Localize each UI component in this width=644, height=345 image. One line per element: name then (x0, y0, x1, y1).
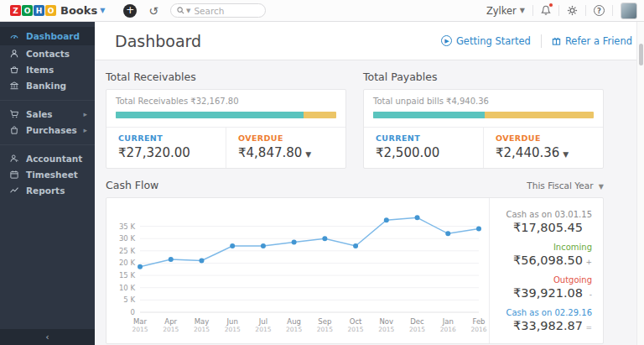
current-label: CURRENT (118, 133, 226, 143)
recent-history-icon[interactable]: ↺ (148, 5, 158, 17)
outgoing-label: Outgoing (490, 275, 592, 285)
window-scrollbar[interactable] (636, 22, 644, 345)
quick-create-button[interactable]: + (123, 4, 137, 18)
receivables-card: Total Receivables ₹32,167.80 CURRENT ₹27… (106, 89, 346, 169)
gear-icon (567, 5, 578, 16)
chevron-down-icon[interactable]: ▼ (100, 7, 105, 14)
cashflow-line-chart: 05 K10 K15 K20 K25 K30 K35 KMar2015Apr20… (106, 198, 489, 343)
divider (532, 5, 533, 16)
svg-text:Mar: Mar (133, 317, 148, 326)
svg-text:Aug: Aug (287, 317, 301, 326)
logo-letter-o1: O (22, 5, 33, 16)
sidebar-item-dashboard[interactable]: Dashboard (0, 27, 95, 45)
overdue-amount: ₹4,847.80 (238, 145, 302, 160)
settings-gear-icon[interactable] (567, 5, 578, 16)
minus-sign: - (583, 290, 592, 299)
sidebar-item-accountant[interactable]: Accountant (0, 150, 95, 166)
payables-card: Total unpaid bills ₹4,940.36 CURRENT ₹2,… (363, 89, 604, 169)
svg-text:Sep: Sep (318, 317, 331, 326)
svg-text:5 K: 5 K (123, 295, 135, 304)
logo-letter-z: Z (10, 5, 21, 16)
sales-cart-icon (9, 109, 19, 119)
sidebar-collapse-button[interactable]: ‹ (0, 329, 95, 345)
banking-bank-icon (9, 81, 19, 91)
svg-text:May: May (195, 317, 210, 326)
svg-text:2015: 2015 (163, 326, 179, 333)
cashflow-opening-row: Cash as on 03.01.15 ₹17,805.45 (490, 210, 592, 234)
fiscal-year-dropdown[interactable]: This Fiscal Year ▼ (527, 180, 604, 191)
chevron-down-icon: ▼ (520, 7, 525, 14)
sidebar-item-label: Dashboard (26, 31, 80, 41)
zoho-books-logo[interactable]: Z O H O Books ▼ (10, 4, 105, 17)
sidebar-item-items[interactable]: Items (0, 61, 95, 77)
svg-text:Oct: Oct (350, 317, 362, 326)
receivables-overdue-value[interactable]: ₹4,847.80▼ (238, 145, 345, 160)
svg-text:2015: 2015 (194, 326, 210, 333)
svg-text:2016: 2016 (470, 326, 486, 333)
search-input[interactable]: ▼ Search (170, 3, 266, 18)
items-basket-icon (9, 65, 19, 75)
svg-text:15 K: 15 K (119, 271, 136, 280)
reports-chart-icon (9, 186, 19, 196)
purchases-bag-icon (9, 125, 19, 135)
chevron-down-icon[interactable]: ▼ (563, 150, 569, 159)
refer-a-friend-label: Refer a Friend (565, 35, 632, 47)
timesheet-calendar-icon (9, 170, 19, 180)
sidebar-item-label: Timesheet (26, 170, 78, 180)
sidebar-item-label: Purchases (26, 125, 77, 135)
main-area: Dashboard ▶ Getting Started Refer a Frie… (95, 22, 644, 345)
scrollbar-thumb[interactable] (639, 44, 643, 65)
sidebar-item-sales[interactable]: Sales ▸ (0, 106, 95, 122)
chevron-right-icon: ▸ (83, 126, 87, 134)
svg-text:2015: 2015 (378, 326, 394, 333)
cashflow-outgoing-row: Outgoing ₹39,921.08- (490, 275, 592, 300)
gift-icon (552, 36, 561, 45)
svg-text:Jul: Jul (258, 317, 267, 326)
incoming-value: ₹56,098.50 (513, 254, 583, 267)
sidebar-item-contacts[interactable]: Contacts (0, 45, 95, 61)
receivables-progress-bar (116, 112, 336, 118)
chevron-down-icon[interactable]: ▼ (305, 150, 311, 159)
user-avatar[interactable] (621, 3, 637, 19)
sidebar-item-banking[interactable]: Banking (0, 77, 95, 93)
closing-balance-label: Cash as on 02.29.16 (490, 308, 592, 317)
product-name: Books (60, 4, 97, 17)
equals-sign: = (583, 323, 592, 332)
svg-text:20 K: 20 K (119, 259, 136, 267)
dashboard-content: Total Receivables Total Receivables ₹32,… (95, 60, 636, 345)
sidebar-item-purchases[interactable]: Purchases ▸ (0, 122, 95, 138)
svg-text:0: 0 (131, 308, 135, 316)
sidebar-item-timesheet[interactable]: Timesheet (0, 166, 95, 182)
sidebar-item-label: Accountant (26, 154, 82, 164)
svg-text:2015: 2015 (348, 326, 364, 333)
receivables-current-cell: CURRENT ₹27,320.00 (106, 128, 226, 168)
payables-current-value: ₹2,500.00 (376, 145, 483, 160)
svg-text:30 K: 30 K (119, 234, 136, 243)
cashflow-incoming-row: Incoming ₹56,098.50+ (490, 243, 592, 267)
svg-text:2015: 2015 (409, 326, 425, 333)
search-placeholder: Search (194, 6, 224, 16)
help-icon[interactable]: ? (594, 5, 605, 16)
notification-badge (548, 3, 553, 8)
overdue-amount: ₹2,440.36 (496, 145, 559, 160)
svg-text:2015: 2015 (317, 326, 333, 333)
refer-a-friend-link[interactable]: Refer a Friend (552, 35, 632, 47)
svg-text:Apr: Apr (164, 317, 177, 326)
page-header: Dashboard ▶ Getting Started Refer a Frie… (95, 22, 644, 60)
sidebar-item-label: Banking (26, 81, 66, 91)
sidebar-item-label: Contacts (26, 49, 70, 59)
org-name: Zylker (486, 5, 517, 17)
svg-text:2015: 2015 (286, 326, 302, 333)
org-switcher[interactable]: Zylker ▼ (486, 5, 525, 17)
search-icon (177, 7, 184, 14)
search-scope-caret-icon[interactable]: ▼ (186, 8, 190, 14)
getting-started-link[interactable]: ▶ Getting Started (441, 35, 531, 47)
incoming-label: Incoming (490, 243, 592, 252)
sidebar-item-reports[interactable]: Reports (0, 182, 95, 198)
notifications-bell-icon[interactable] (541, 5, 551, 16)
svg-text:35 K: 35 K (119, 222, 136, 231)
opening-balance-label: Cash as on 03.01.15 (490, 210, 592, 219)
cashflow-section-title: Cash Flow (106, 179, 158, 191)
payables-overdue-cell: OVERDUE ₹2,440.36▼ (483, 128, 603, 168)
payables-overdue-value[interactable]: ₹2,440.36▼ (496, 145, 603, 160)
